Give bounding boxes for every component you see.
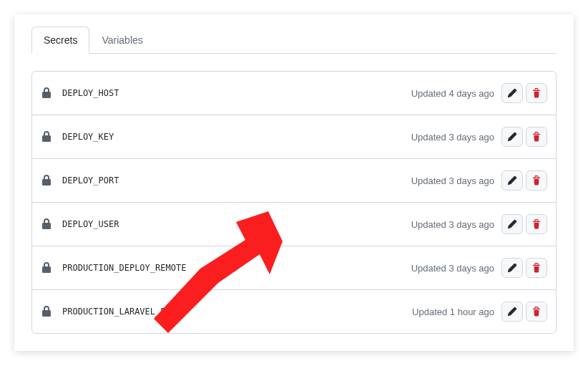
secret-row: PRODUCTION_DEPLOY_REMOTE Updated 3 days … <box>32 246 556 289</box>
secret-row: PRODUCTION_LARAVEL_ENV Updated 1 hour ag… <box>32 289 556 333</box>
lock-icon <box>41 175 52 186</box>
edit-button[interactable] <box>501 214 523 234</box>
lock-icon <box>41 306 52 317</box>
secrets-list: DEPLOY_HOST Updated 4 days ago DEPLOY_KE… <box>31 71 557 334</box>
secret-name: DEPLOY_USER <box>62 219 411 229</box>
trash-icon <box>531 88 542 98</box>
edit-button[interactable] <box>501 258 523 278</box>
pencil-icon <box>507 132 517 142</box>
trash-icon <box>531 132 542 142</box>
tab-secrets[interactable]: Secrets <box>31 26 89 54</box>
secret-row: DEPLOY_KEY Updated 3 days ago <box>32 115 556 158</box>
secret-updated: Updated 3 days ago <box>411 263 494 274</box>
edit-button[interactable] <box>501 83 523 103</box>
secret-updated: Updated 1 hour ago <box>412 307 494 317</box>
secret-name: PRODUCTION_LARAVEL_ENV <box>62 307 412 317</box>
delete-button[interactable] <box>526 302 547 322</box>
trash-icon <box>531 175 542 186</box>
tabs: Secrets Variables <box>31 26 557 54</box>
edit-button[interactable] <box>501 170 523 191</box>
tab-variables[interactable]: Variables <box>89 26 155 54</box>
delete-button[interactable] <box>526 214 547 234</box>
pencil-icon <box>507 263 517 273</box>
secret-row: DEPLOY_HOST Updated 4 days ago <box>32 72 556 115</box>
delete-button[interactable] <box>526 170 547 191</box>
pencil-icon <box>507 219 517 229</box>
secret-row: DEPLOY_PORT Updated 3 days ago <box>32 158 556 202</box>
delete-button[interactable] <box>526 83 547 103</box>
secrets-panel: Secrets Variables DEPLOY_HOST Updated 4 … <box>14 14 574 351</box>
secret-name: DEPLOY_PORT <box>62 175 411 186</box>
pencil-icon <box>507 175 517 186</box>
lock-icon <box>41 131 52 143</box>
pencil-icon <box>507 307 517 317</box>
secret-name: PRODUCTION_DEPLOY_REMOTE <box>62 263 411 273</box>
secret-name: DEPLOY_HOST <box>62 88 411 98</box>
secret-updated: Updated 3 days ago <box>411 219 494 230</box>
delete-button[interactable] <box>526 258 547 278</box>
secret-updated: Updated 3 days ago <box>411 175 494 186</box>
secret-row: DEPLOY_USER Updated 3 days ago <box>32 202 556 246</box>
delete-button[interactable] <box>526 127 547 147</box>
secret-updated: Updated 4 days ago <box>411 88 494 99</box>
pencil-icon <box>507 88 517 98</box>
lock-icon <box>41 218 52 230</box>
lock-icon <box>41 262 52 274</box>
lock-icon <box>41 87 52 99</box>
edit-button[interactable] <box>501 302 523 322</box>
trash-icon <box>531 219 542 229</box>
trash-icon <box>531 263 542 273</box>
secret-updated: Updated 3 days ago <box>411 132 494 143</box>
edit-button[interactable] <box>501 127 523 147</box>
trash-icon <box>531 307 542 317</box>
secret-name: DEPLOY_KEY <box>62 132 411 142</box>
